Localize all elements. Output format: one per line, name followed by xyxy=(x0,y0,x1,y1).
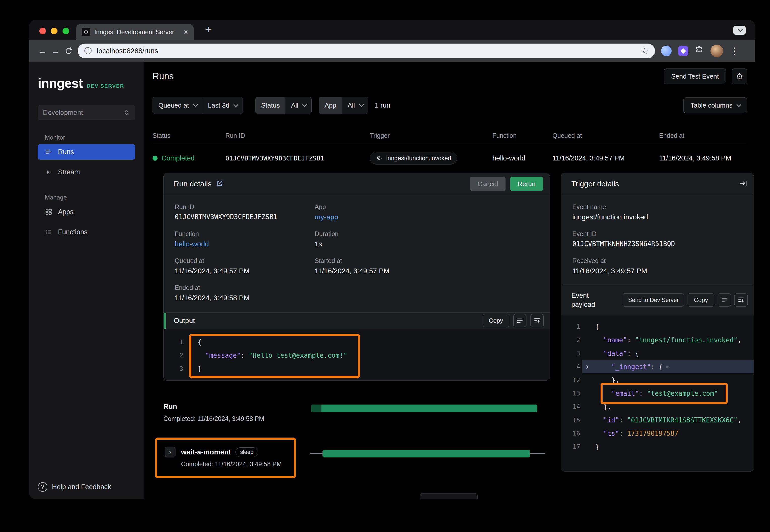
rerun-button[interactable]: Rerun xyxy=(510,177,543,191)
extensions-puzzle-icon[interactable] xyxy=(695,46,704,56)
runs-table-header: Status Run ID Trigger Function Queued at… xyxy=(152,130,747,144)
fullscreen-window-button[interactable] xyxy=(62,28,69,34)
table-columns-button[interactable]: Table columns xyxy=(683,97,747,113)
time-filter-group: Queued at Last 3d xyxy=(152,97,243,114)
app-filter-value[interactable]: All xyxy=(342,97,368,114)
site-info-icon[interactable]: ⓘ xyxy=(84,46,92,56)
sidebar-item-stream[interactable]: Stream xyxy=(38,164,135,180)
ended-at-cell: 11/16/2024, 3:49:58 PM xyxy=(659,154,747,162)
code-line: 16 "ts": 1731790197587 xyxy=(561,427,754,440)
inngest-app: inngest DEV SERVER Development Monitor R… xyxy=(29,62,755,499)
step-body: wait-a-moment sleep Completed: 11/16/202… xyxy=(181,447,282,468)
timeline-step-bar xyxy=(310,450,545,458)
copy-output-button[interactable]: Copy xyxy=(482,314,509,327)
extension-icon-purple[interactable] xyxy=(678,46,688,56)
queued-at-filter[interactable]: Queued at xyxy=(153,97,202,114)
code-line: 17 } xyxy=(561,440,754,453)
column-header-status: Status xyxy=(152,130,226,144)
minimize-window-button[interactable] xyxy=(51,28,57,34)
apps-icon xyxy=(45,208,52,216)
step-type-badge: sleep xyxy=(236,447,259,457)
extension-icon-blue[interactable] xyxy=(661,46,672,56)
output-actions: Copy xyxy=(482,314,543,327)
profile-avatar[interactable] xyxy=(711,45,723,57)
run-id-cell: 01JCVBTMV3WXY9D3CFDEJFZSB1 xyxy=(226,155,370,162)
code-text: "id": "01JCVBTMTKR41S8STTKEXSKX6C", xyxy=(603,416,742,424)
code-line: 15 "id": "01JCVBTMTKR41S8STTKEXSKX6C", xyxy=(561,413,754,427)
close-window-button[interactable] xyxy=(39,28,46,34)
wrap-text-button[interactable] xyxy=(513,314,526,327)
code-line: 1 { xyxy=(561,320,754,333)
line-number: 1 xyxy=(163,338,183,346)
time-range-filter[interactable]: Last 3d xyxy=(202,97,242,114)
trigger-cell: inngest/function.invoked xyxy=(370,152,492,164)
bookmark-star-icon[interactable]: ☆ xyxy=(641,46,649,56)
new-tab-button[interactable]: + xyxy=(202,24,214,36)
close-tab-icon[interactable]: × xyxy=(183,28,188,36)
field-value: 01JCVBTMV3WXY9D3CFDEJFZSB1 xyxy=(175,213,315,221)
trigger-details-header: Trigger details xyxy=(561,173,754,195)
tab-search-button[interactable] xyxy=(733,26,746,35)
status-filter-value[interactable]: All xyxy=(285,97,311,114)
forward-button[interactable]: → xyxy=(49,44,62,57)
url-bar[interactable]: ⓘ localhost:8288/runs ☆ xyxy=(78,44,655,58)
reload-button[interactable] xyxy=(62,44,75,57)
event-icon xyxy=(376,155,383,162)
run-bar-queued-segment xyxy=(311,405,322,412)
settings-gear-button[interactable]: ⚙ xyxy=(732,69,747,84)
sidebar-section-monitor: Monitor xyxy=(45,134,144,141)
code-line-collapsed[interactable]: › 4 "_inngest": {⋯ xyxy=(561,360,754,373)
status-value-label: All xyxy=(291,102,298,109)
sidebar-item-runs[interactable]: Runs xyxy=(38,144,135,160)
wrap-text-button[interactable] xyxy=(718,293,731,307)
scroll-to-bottom-button[interactable] xyxy=(530,314,543,327)
lines-down-arrow-icon xyxy=(533,317,540,324)
field-app: App my-app xyxy=(315,203,543,230)
load-more-button-cutoff[interactable] xyxy=(420,493,477,499)
function-cell: hello-world xyxy=(492,154,552,162)
step-expand-button[interactable]: › xyxy=(165,447,175,457)
send-to-dev-server-button[interactable]: Send to Dev Server xyxy=(623,293,684,307)
copy-payload-button[interactable]: Copy xyxy=(688,293,714,307)
send-test-event-button[interactable]: Send Test Event xyxy=(664,69,726,84)
scroll-to-bottom-button[interactable] xyxy=(734,293,748,307)
chevron-down-icon xyxy=(736,102,742,107)
timeline-run-completed: Completed: 11/16/2024, 3:49:58 PM xyxy=(163,415,264,422)
payload-actions: Send to Dev Server Copy xyxy=(623,293,748,307)
dev-server-badge: DEV SERVER xyxy=(87,83,124,89)
trigger-pill[interactable]: inngest/function.invoked xyxy=(370,152,457,164)
environment-select[interactable]: Development xyxy=(38,105,135,120)
code-text: }, xyxy=(612,376,619,384)
back-button[interactable]: ← xyxy=(36,44,49,57)
table-row[interactable]: Completed 01JCVBTMV3WXY9D3CFDEJFZSB1 inn… xyxy=(152,145,747,171)
chevron-down-icon xyxy=(234,102,239,107)
timeline-run[interactable]: Run Completed: 11/16/2024, 3:49:58 PM xyxy=(163,403,264,422)
browser-tab[interactable]: Inngest Development Server × xyxy=(76,24,194,40)
field-value: 11/16/2024, 3:49:57 PM xyxy=(572,267,748,275)
field-value: 01JCVBTMTKNHNHZ3SN64R51BQD xyxy=(572,240,748,248)
sidebar-item-functions[interactable]: Functions xyxy=(38,224,135,240)
external-link-icon[interactable] xyxy=(216,180,223,188)
code-text: "email": "test@example.com" xyxy=(612,390,718,397)
lines-down-arrow-icon xyxy=(738,296,745,304)
chevron-down-icon xyxy=(193,102,198,107)
browser-window: Inngest Development Server × + ← → ⓘ loc… xyxy=(29,20,755,499)
function-link[interactable]: hello-world xyxy=(175,240,315,248)
code-text: "ts": 1731790197587 xyxy=(603,430,678,437)
column-header-queued-at: Queued at xyxy=(552,130,659,144)
browser-menu-icon[interactable]: ⋮ xyxy=(730,46,739,56)
chevron-down-icon xyxy=(359,102,364,107)
field-value: 11/16/2024, 3:49:57 PM xyxy=(175,267,315,275)
window-controls xyxy=(39,28,69,34)
dock-right-icon[interactable] xyxy=(740,180,747,188)
sidebar-item-apps[interactable]: Apps xyxy=(38,204,135,220)
line-number: 16 xyxy=(561,430,580,437)
app-link[interactable]: my-app xyxy=(315,213,543,221)
field-value: 11/16/2024, 3:49:58 PM xyxy=(175,294,315,302)
expand-chevron-icon[interactable]: › xyxy=(585,363,590,371)
status-filter-label: Status xyxy=(256,97,285,114)
event-payload-code-block: 1 { 2 "name": "inngest/function.invoked"… xyxy=(561,315,754,471)
run-details-title: Run details xyxy=(174,180,212,188)
help-and-feedback[interactable]: ? Help and Feedback xyxy=(38,482,111,492)
cancel-button[interactable]: Cancel xyxy=(470,177,505,191)
